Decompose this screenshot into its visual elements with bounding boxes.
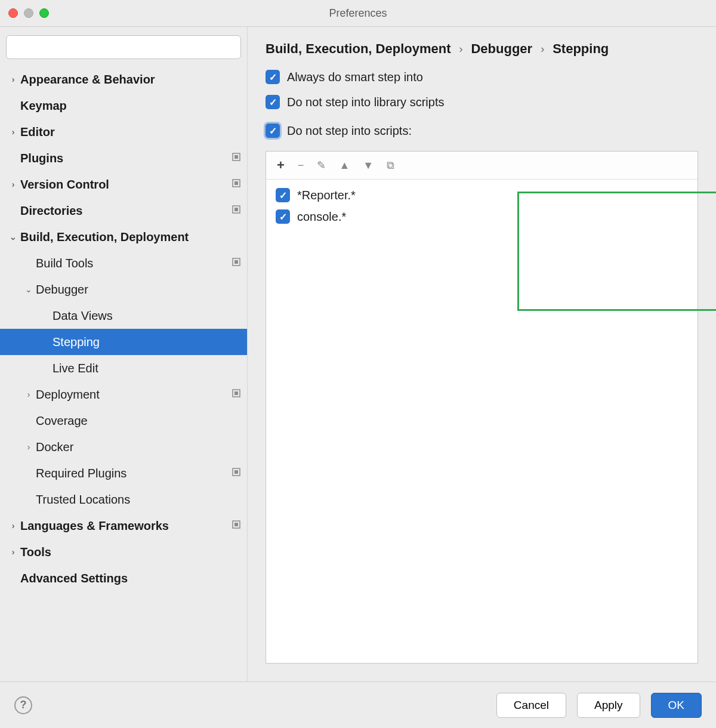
option-no-library-scripts[interactable]: ✓ Do not step into library scripts	[266, 95, 698, 109]
move-down-button[interactable]: ▼	[363, 159, 374, 172]
remove-button[interactable]: −	[298, 159, 304, 172]
option-label: Always do smart step into	[287, 70, 423, 84]
tree-item-label: Build, Execution, Deployment	[20, 230, 241, 244]
ok-button[interactable]: OK	[651, 693, 702, 718]
tree-item-label: Appearance & Behavior	[20, 73, 241, 87]
checkbox-checked-icon[interactable]: ✓	[266, 124, 280, 138]
tree-item-stepping[interactable]: Stepping	[0, 329, 247, 355]
tree-item-label: Build Tools	[36, 257, 232, 270]
project-scope-icon	[232, 178, 241, 190]
copy-button[interactable]: ⧉	[387, 159, 394, 172]
tree-item-languages-frameworks[interactable]: ›Languages & Frameworks	[0, 513, 247, 539]
tree-item-build-execution-deployment[interactable]: ⌄Build, Execution, Deployment	[0, 224, 247, 250]
option-label: Do not step into scripts:	[287, 124, 412, 138]
script-pattern-item[interactable]: ✓console.*	[273, 206, 690, 227]
tree-item-required-plugins[interactable]: Required Plugins	[0, 460, 247, 486]
tree-item-directories[interactable]: Directories	[0, 198, 247, 224]
tree-item-data-views[interactable]: Data Views	[0, 303, 247, 329]
breadcrumb-part: Debugger	[471, 41, 532, 57]
tree-item-version-control[interactable]: ›Version Control	[0, 171, 247, 198]
checkbox-checked-icon[interactable]: ✓	[266, 70, 280, 84]
tree-item-coverage[interactable]: Coverage	[0, 408, 247, 434]
tree-item-label: Coverage	[36, 414, 241, 428]
chevron-right-icon: ›	[8, 180, 18, 189]
breadcrumb-part: Build, Execution, Deployment	[266, 41, 450, 57]
svg-rect-5	[234, 181, 238, 185]
add-button[interactable]: +	[277, 158, 285, 173]
svg-rect-13	[234, 470, 238, 474]
tree-item-label: Keymap	[20, 99, 241, 113]
tree-item-build-tools[interactable]: Build Tools	[0, 250, 247, 276]
tree-item-docker[interactable]: ›Docker	[0, 434, 247, 460]
chevron-right-icon: ›	[8, 75, 18, 84]
settings-tree: ›Appearance & BehaviorKeymap›EditorPlugi…	[0, 65, 247, 681]
tree-item-label: Tools	[20, 545, 241, 559]
tree-item-label: Docker	[36, 440, 241, 454]
scripts-toolbar: + − ✎ ▲ ▼ ⧉	[266, 152, 698, 180]
checkbox-checked-icon[interactable]: ✓	[266, 95, 280, 109]
script-pattern-label: *Reporter.*	[297, 189, 356, 202]
window-title: Preferences	[0, 7, 716, 20]
help-button[interactable]: ?	[14, 696, 32, 714]
breadcrumb-part: Stepping	[553, 41, 609, 57]
chevron-right-icon: ›	[8, 127, 18, 137]
project-scope-icon	[232, 205, 241, 217]
svg-rect-11	[234, 391, 238, 395]
tree-item-editor[interactable]: ›Editor	[0, 119, 247, 145]
tree-item-label: Required Plugins	[36, 467, 232, 480]
tree-item-label: Stepping	[53, 335, 241, 349]
apply-button[interactable]: Apply	[577, 693, 640, 718]
scripts-list: + − ✎ ▲ ▼ ⧉ ✓*Reporter.*✓console.*	[266, 151, 698, 664]
tree-item-debugger[interactable]: ⌄Debugger	[0, 276, 247, 303]
tree-item-label: Data Views	[53, 309, 241, 323]
script-pattern-label: console.*	[297, 210, 346, 224]
chevron-down-icon: ⌄	[24, 285, 33, 294]
project-scope-icon	[232, 388, 241, 400]
tree-item-live-edit[interactable]: Live Edit	[0, 355, 247, 381]
tree-item-advanced-settings[interactable]: Advanced Settings	[0, 565, 247, 591]
option-no-scripts[interactable]: ✓ Do not step into scripts:	[262, 120, 698, 141]
svg-rect-7	[234, 208, 238, 211]
chevron-right-icon: ›	[541, 43, 544, 55]
tree-item-label: Deployment	[36, 388, 232, 402]
option-label: Do not step into library scripts	[287, 95, 444, 109]
tree-item-label: Live Edit	[53, 362, 241, 375]
search-input[interactable]	[6, 35, 241, 59]
project-scope-icon	[232, 467, 241, 479]
checkbox-checked-icon[interactable]: ✓	[276, 209, 290, 224]
tree-item-label: Version Control	[20, 178, 232, 192]
tree-item-label: Trusted Locations	[36, 493, 241, 507]
chevron-right-icon: ›	[8, 547, 18, 557]
tree-item-label: Debugger	[36, 283, 241, 297]
cancel-button[interactable]: Cancel	[496, 693, 566, 718]
tree-item-appearance-behavior[interactable]: ›Appearance & Behavior	[0, 66, 247, 92]
chevron-right-icon: ›	[24, 390, 33, 399]
svg-rect-15	[234, 523, 238, 526]
chevron-right-icon: ›	[8, 521, 18, 530]
move-up-button[interactable]: ▲	[339, 159, 350, 172]
tree-item-label: Directories	[20, 204, 232, 218]
svg-rect-9	[234, 260, 238, 264]
project-scope-icon	[232, 520, 241, 532]
edit-button[interactable]: ✎	[317, 159, 326, 172]
tree-item-label: Languages & Frameworks	[20, 519, 232, 533]
chevron-right-icon: ›	[459, 43, 462, 55]
tree-item-label: Editor	[20, 125, 241, 139]
tree-item-keymap[interactable]: Keymap	[0, 92, 247, 119]
tree-item-trusted-locations[interactable]: Trusted Locations	[0, 486, 247, 513]
project-scope-icon	[232, 152, 241, 164]
chevron-down-icon: ⌄	[8, 232, 18, 242]
tree-item-plugins[interactable]: Plugins	[0, 145, 247, 171]
chevron-right-icon: ›	[24, 442, 33, 452]
svg-rect-3	[234, 155, 238, 159]
breadcrumb: Build, Execution, Deployment › Debugger …	[248, 27, 716, 67]
tree-item-tools[interactable]: ›Tools	[0, 539, 247, 565]
project-scope-icon	[232, 257, 241, 269]
checkbox-checked-icon[interactable]: ✓	[276, 188, 290, 202]
option-smart-step[interactable]: ✓ Always do smart step into	[266, 70, 698, 84]
script-pattern-item[interactable]: ✓*Reporter.*	[273, 184, 690, 206]
tree-item-deployment[interactable]: ›Deployment	[0, 381, 247, 408]
tree-item-label: Advanced Settings	[20, 572, 241, 585]
tree-item-label: Plugins	[20, 152, 232, 165]
